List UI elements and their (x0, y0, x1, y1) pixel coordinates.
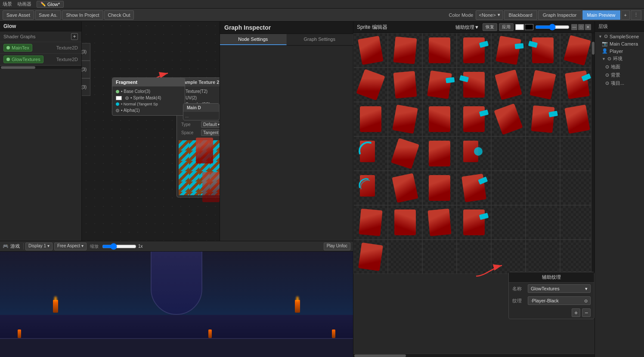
sprite-cell-5-5[interactable] (526, 205, 560, 240)
sprite-cell-6-3[interactable] (457, 240, 491, 274)
main-d-node[interactable]: Main D ... (183, 103, 220, 120)
property-item-glowtextures[interactable]: GlowTextures Texture2D (0, 54, 81, 65)
sprite-cell-2-0[interactable] (353, 102, 388, 136)
sprite-cell-4-0[interactable] (353, 171, 388, 205)
hierarchy-ground[interactable]: ⊙ 地面 (595, 63, 644, 71)
hierarchy-misc[interactable]: ⊙ 项目... (595, 79, 644, 87)
sprite-cell-5-3[interactable] (457, 205, 491, 240)
sprite-cell-2-5[interactable] (526, 102, 560, 136)
sprite-cell-2-2[interactable] (422, 102, 457, 136)
close-button[interactable]: ✕ (585, 24, 591, 30)
space-dropdown[interactable]: Tangent▾ (201, 129, 220, 136)
fragment-node[interactable]: Fragment • Base Color(3) • Sprite Mask(4… (112, 77, 185, 116)
node-graph-panel[interactable]: Object Space •—• Position(3) Object Spac… (82, 22, 220, 241)
play-unfocused-button[interactable]: Play Unfoc (324, 243, 350, 250)
sprite-cell-1-0[interactable] (353, 68, 388, 102)
sprite-cell-4-2[interactable] (422, 171, 457, 205)
sprite-cell-1-1[interactable] (388, 68, 422, 102)
sprite-cell-1-2[interactable] (422, 68, 457, 102)
sprite-editor-h-scrollbar[interactable] (353, 354, 594, 357)
aux-texture-field[interactable]: ·Player-Black ⊙ (528, 296, 591, 305)
hierarchy-environment[interactable]: ▼ ⊙ 环境 (595, 55, 644, 63)
aux-name-dropdown[interactable]: GlowTextures ▾ (528, 284, 591, 293)
graph-inspector-tab[interactable]: Graph Inspector (538, 10, 582, 20)
sprite-cell-0-4[interactable] (491, 33, 526, 68)
sprite-cell-3-6[interactable] (560, 136, 594, 171)
menu-animator[interactable]: 动画器 (17, 1, 31, 7)
color-swatch-white[interactable] (116, 96, 122, 100)
sprite-cell-4-3[interactable] (457, 171, 491, 205)
sprite-cell-3-1[interactable] (388, 136, 422, 171)
sprite-cell-4-4[interactable] (491, 171, 526, 205)
property-item-maintex[interactable]: MainTex Texture2D (0, 42, 81, 54)
sprite-cell-0-2[interactable] (422, 33, 457, 68)
save-as-button[interactable]: Save As. (35, 10, 61, 20)
sprite-cell-3-0[interactable] (353, 136, 388, 171)
sprite-cell-3-2[interactable] (422, 136, 457, 171)
sprite-cell-4-5[interactable] (526, 171, 560, 205)
aux-add-button[interactable]: + (572, 308, 580, 317)
sprite-cell-6-2[interactable] (422, 240, 457, 274)
sprite-cell-6-4[interactable] (491, 240, 526, 274)
color-mode-dropdown[interactable]: <None> ▾ (476, 10, 503, 20)
display-dropdown[interactable]: Display 1 ▾ (25, 243, 53, 250)
hierarchy-player[interactable]: 👤 Player (595, 47, 644, 55)
blackboard-tab[interactable]: Blackboard (504, 10, 537, 20)
sprite-cell-0-3[interactable] (457, 33, 491, 68)
sprite-cell-6-1[interactable] (388, 240, 422, 274)
sprite-cell-5-0[interactable] (353, 205, 388, 240)
sprite-cell-6-0[interactable] (353, 240, 388, 274)
save-asset-button[interactable]: Save Asset (3, 10, 34, 20)
game-view-content[interactable] (0, 252, 353, 357)
sprite-cell-1-3[interactable] (457, 68, 491, 102)
show-in-project-button[interactable]: Show In Project (62, 10, 103, 20)
more-options-button[interactable]: ⋮ (631, 10, 641, 20)
sprite-cell-4-1[interactable] (388, 171, 422, 205)
sprite-cell-4-6[interactable] (560, 171, 594, 205)
type-dropdown[interactable]: Default▾ (201, 121, 220, 128)
sprite-cell-2-6[interactable] (560, 102, 594, 136)
menu-scene[interactable]: 场景 (3, 1, 12, 7)
sprite-cell-5-2[interactable] (422, 205, 457, 240)
sprite-cell-2-1[interactable] (388, 102, 422, 136)
hierarchy-scene[interactable]: ▼ ⊙ SampleScene (595, 33, 644, 40)
sprite-cell-5-4[interactable] (491, 205, 526, 240)
maximize-button[interactable]: □ (578, 24, 584, 30)
sprite-cell-2-3[interactable] (457, 102, 491, 136)
sprite-cell-1-5[interactable] (526, 68, 560, 102)
zoom-slider[interactable] (102, 244, 136, 249)
main-preview-tab[interactable]: Main Preview (582, 10, 620, 20)
sprite-cell-6-5[interactable] (526, 240, 560, 274)
sprite-grid-container[interactable]: 辅助纹理 名称 GlowTextures ▾ 纹理 ·Player-Black … (353, 33, 594, 354)
black-mode-btn[interactable] (525, 24, 533, 30)
sprite-cell-0-6[interactable] (560, 33, 594, 68)
hierarchy-main-camera[interactable]: 📷 Main Camera (595, 40, 644, 47)
sprite-cell-3-5[interactable] (526, 136, 560, 171)
check-out-button[interactable]: Check Out (104, 10, 134, 20)
sprite-cell-3-3[interactable] (457, 136, 491, 171)
aspect-dropdown[interactable]: Free Aspect ▾ (54, 243, 87, 250)
sprite-cell-0-0[interactable] (353, 33, 388, 68)
hierarchy-background[interactable]: ⊙ 背景 (595, 71, 644, 79)
sprite-editor-zoom-slider[interactable] (535, 25, 570, 29)
white-mode-btn[interactable] (515, 24, 524, 30)
minimize-button[interactable]: — (571, 24, 577, 30)
sprite-cell-5-6[interactable] (560, 205, 594, 240)
sprite-cell-6-6[interactable] (560, 240, 594, 274)
node-settings-tab[interactable]: Node Settings (220, 34, 287, 45)
tab-glow[interactable]: Glow* (47, 2, 60, 7)
add-tab-button[interactable]: + (621, 10, 630, 20)
sprite-cell-1-6[interactable] (560, 68, 594, 102)
add-shader-graph-button[interactable]: + (71, 33, 78, 40)
sprite-cell-0-1[interactable] (388, 33, 422, 68)
left-panel-scrollbar[interactable] (0, 65, 81, 69)
aux-texture-dropdown[interactable]: 辅助纹理▼ (455, 24, 479, 31)
graph-settings-tab[interactable]: Graph Settings (287, 34, 353, 45)
restore-button[interactable]: 恢复 (483, 23, 497, 31)
sprite-cell-3-4[interactable] (491, 136, 526, 171)
sprite-cell-1-4[interactable] (491, 68, 526, 102)
aux-remove-button[interactable]: − (582, 308, 591, 317)
sprite-cell-2-4[interactable] (491, 102, 526, 136)
graph-area[interactable]: Object Space •—• Position(3) Object Spac… (82, 22, 220, 241)
sprite-cell-5-1[interactable] (388, 205, 422, 240)
